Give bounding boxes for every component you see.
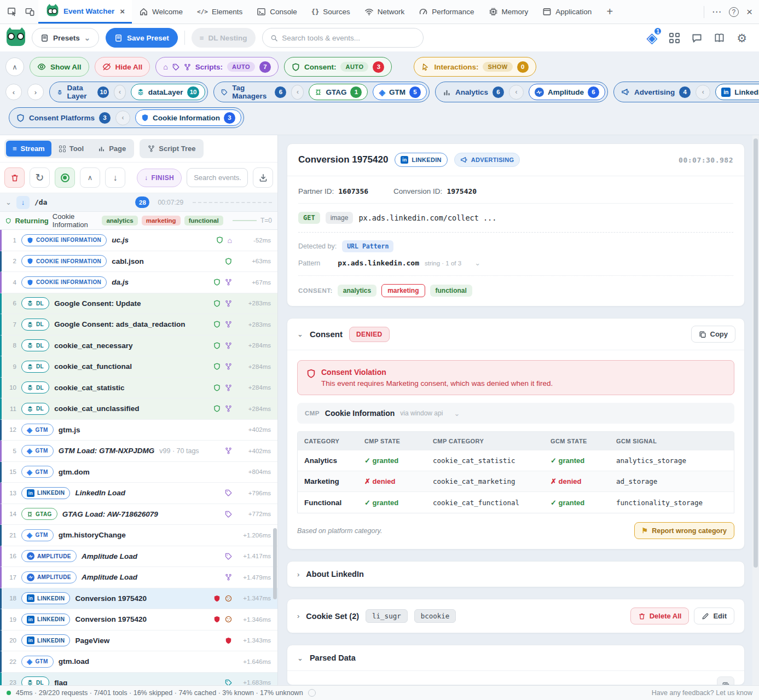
event-row[interactable]: 12 ◈GTM gtm.js +402ms <box>0 420 277 441</box>
tab-elements[interactable]: </>Elements <box>190 0 250 24</box>
save-preset-button[interactable]: Save Preset <box>106 28 178 48</box>
chip-gtm[interactable]: ◈ GTM 5 <box>373 84 427 100</box>
close-tab-icon[interactable]: × <box>120 7 125 16</box>
event-row[interactable]: 14 GTAG GTAG Load: AW-718626079 +772ms <box>0 504 277 525</box>
group-collapse-button[interactable]: ‹ <box>115 111 130 125</box>
consent-filter[interactable]: Consent: AUTO 3 <box>284 57 392 77</box>
tag-managers-filter[interactable]: Tag Managers 6 <box>221 84 286 100</box>
tab-tool[interactable]: Tool <box>53 141 90 157</box>
group-collapse-button[interactable]: ‹ <box>291 85 304 100</box>
event-row[interactable]: 6 DL Google Consent: Update +283ms <box>0 293 277 315</box>
event-row[interactable]: 13 inLINKEDIN LinkedIn Load +796ms <box>0 483 277 504</box>
record-button[interactable] <box>55 167 75 188</box>
event-row-selected[interactable]: 18 inLINKEDIN Conversion 1975420 +1.347m… <box>0 588 277 610</box>
delete-all-button[interactable]: Delete All <box>630 608 690 624</box>
inspect-element-icon[interactable] <box>3 0 21 24</box>
event-row[interactable]: 21 ◈GTM gtm.historyChange +1.206ms <box>0 525 277 546</box>
event-row[interactable]: 1 COOKIE INFORMATION uc.js ⌂ -52ms <box>0 230 277 251</box>
chevron-right-icon[interactable]: › <box>297 570 299 578</box>
search-input[interactable] <box>282 34 415 42</box>
event-row[interactable]: 22 ◈GTM gtm.load +1.646ms <box>0 651 277 673</box>
tab-sources[interactable]: {}Sources <box>304 0 357 24</box>
event-row[interactable]: 19 inLINKEDIN Conversion 1975420 +1.346m… <box>0 609 277 630</box>
help-icon[interactable]: ? <box>729 7 739 17</box>
event-row[interactable]: 20 inLINKEDIN PageView +1.343ms <box>0 630 277 652</box>
show-all-button[interactable]: Show All <box>30 57 89 77</box>
tab-event-watcher[interactable]: Event Watcher × <box>38 0 132 24</box>
cookie-badge[interactable]: bcookie <box>414 609 456 623</box>
chip-datalayer[interactable]: dataLayer 10 <box>131 84 206 100</box>
interactions-filter[interactable]: Interactions: SHOW 0 <box>414 57 536 77</box>
edit-button[interactable]: Edit <box>694 608 734 624</box>
chevron-down-icon[interactable]: ⌄ <box>454 409 460 418</box>
report-wrong-category-button[interactable]: ⚑ Report wrong category <box>634 522 734 539</box>
group-collapse-button[interactable]: ‹ <box>696 85 710 100</box>
advertising-filter[interactable]: Advertising 4 <box>621 86 691 98</box>
chip-linkedin[interactable]: in LinkedIn 4 <box>715 84 759 100</box>
refresh-button[interactable]: ↻ <box>30 167 50 188</box>
feedback-chat-icon[interactable] <box>692 33 702 43</box>
event-row[interactable]: 2 COOKIE INFORMATION cabl.json +63ms <box>0 251 277 273</box>
settings-gear-icon[interactable]: ⚙ <box>737 32 747 44</box>
page-group-header[interactable]: ⌄ ↓ /da 28 00:07:29 <box>0 193 277 212</box>
new-tab-button[interactable]: + <box>599 0 621 24</box>
event-row[interactable]: 10 DL cookie_cat_statistic +284ms <box>0 378 277 399</box>
chevron-down-icon[interactable]: ⌄ <box>5 198 11 206</box>
finish-button[interactable]: ↓ FINISH <box>137 169 182 187</box>
tab-application[interactable]: Application <box>535 0 599 24</box>
stream-scrollbar[interactable] <box>273 528 277 599</box>
scroll-up-button[interactable]: ∧ <box>80 167 100 188</box>
chevron-down-icon[interactable]: ⌄ <box>474 259 480 267</box>
cmp-row[interactable]: CMP Cookie Information via window api ⌄ <box>297 403 734 424</box>
group-collapse-button[interactable]: ‹ <box>114 85 125 100</box>
chevron-down-icon[interactable]: ⌄ <box>297 654 303 662</box>
tab-performance[interactable]: Performance <box>412 0 481 24</box>
presets-button[interactable]: Presets ⌄ <box>32 28 99 48</box>
data-layer-filter[interactable]: Data Layer 10 <box>57 84 109 100</box>
copy-button[interactable]: Copy <box>691 326 736 343</box>
collapse-filters-button[interactable]: ∧ <box>5 57 24 76</box>
tools-search[interactable] <box>262 28 424 48</box>
event-row[interactable]: 7 DL Google Consent: ads_data_redaction … <box>0 314 277 335</box>
hide-all-button[interactable]: Hide All <box>95 57 150 77</box>
event-row[interactable]: 17 AMPLITUDE Amplitude Load +1.479ms <box>0 567 277 588</box>
event-row[interactable]: 5 ◈GTM GTM Load: GTM-NXPJDMG v99 · 70 ta… <box>0 441 277 462</box>
chip-gtag[interactable]: GTAG 1 <box>309 84 368 100</box>
jump-down-button[interactable]: ↓ <box>16 196 30 209</box>
chip-amplitude[interactable]: 4 Amplitude 6 <box>529 84 605 100</box>
tab-network[interactable]: Network <box>357 0 412 24</box>
cookie-badge[interactable]: li_sugr <box>366 609 408 623</box>
copy-parsed-button[interactable] <box>717 676 734 685</box>
scripts-filter[interactable]: ⌂ Scripts: AUTO 7 <box>155 57 279 77</box>
event-row[interactable]: 15 ◈GTM gtm.dom +804ms <box>0 462 277 483</box>
docs-book-icon[interactable] <box>714 33 725 43</box>
tab-memory[interactable]: Memory <box>482 0 536 24</box>
chevron-right-icon[interactable]: › <box>297 612 299 620</box>
event-row[interactable]: 4 COOKIE INFORMATION da.js +67ms <box>0 272 277 293</box>
event-row[interactable]: 8 DL cookie_cat_necessary +284ms <box>0 335 277 357</box>
analytics-filter[interactable]: Analytics 6 <box>443 86 504 98</box>
tab-console[interactable]: Console <box>250 0 304 24</box>
tab-script-tree[interactable]: Script Tree <box>141 141 202 157</box>
chip-cookie-information[interactable]: Cookie Information 3 <box>135 109 241 126</box>
chevron-down-icon[interactable]: ⌄ <box>297 330 303 338</box>
request-url[interactable]: px.ads.linkedin.com/collect ... <box>358 213 496 222</box>
feedback-link[interactable]: Have any feedback? Let us know <box>652 689 752 697</box>
consent-platforms-filter[interactable]: Consent Platforms 3 <box>16 112 111 124</box>
tab-stream[interactable]: ≡Stream <box>6 141 51 157</box>
more-menu-icon[interactable]: ⋯ <box>712 6 721 18</box>
close-devtools-icon[interactable]: × <box>746 6 752 18</box>
tab-welcome[interactable]: Welcome <box>132 0 190 24</box>
event-row[interactable]: 11 DL cookie_cat_unclassified +284ms <box>0 398 277 420</box>
events-search-input[interactable] <box>194 173 241 182</box>
window-scrollbar-thumb[interactable] <box>754 138 758 568</box>
window-scrollbar-track[interactable] <box>752 135 759 685</box>
apps-grid-icon[interactable] <box>669 33 680 43</box>
event-row[interactable]: 16 AMPLITUDE Amplitude Load +1.417ms <box>0 546 277 568</box>
clear-events-button[interactable] <box>4 167 25 188</box>
extension-gtm-icon[interactable]: ◈ 1 <box>646 31 657 45</box>
events-search[interactable] <box>187 168 248 187</box>
scroll-left-button[interactable]: ‹ <box>5 84 22 100</box>
event-row[interactable]: 9 DL cookie_cat_functional +284ms <box>0 356 277 378</box>
event-row[interactable]: 23 DL flag +1.683ms <box>0 673 277 686</box>
